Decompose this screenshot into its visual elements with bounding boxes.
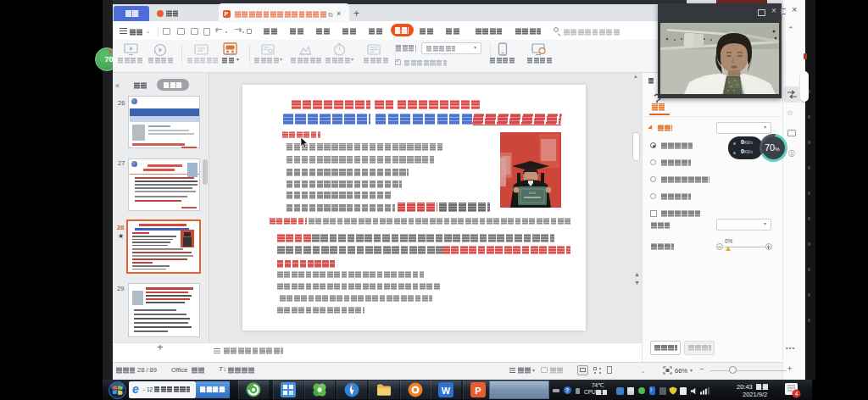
- svg-text:4: 4: [795, 391, 798, 397]
- svg-text:W: W: [442, 386, 451, 396]
- svg-text:P: P: [475, 386, 481, 396]
- svg-text:2016: 2016: [529, 191, 537, 195]
